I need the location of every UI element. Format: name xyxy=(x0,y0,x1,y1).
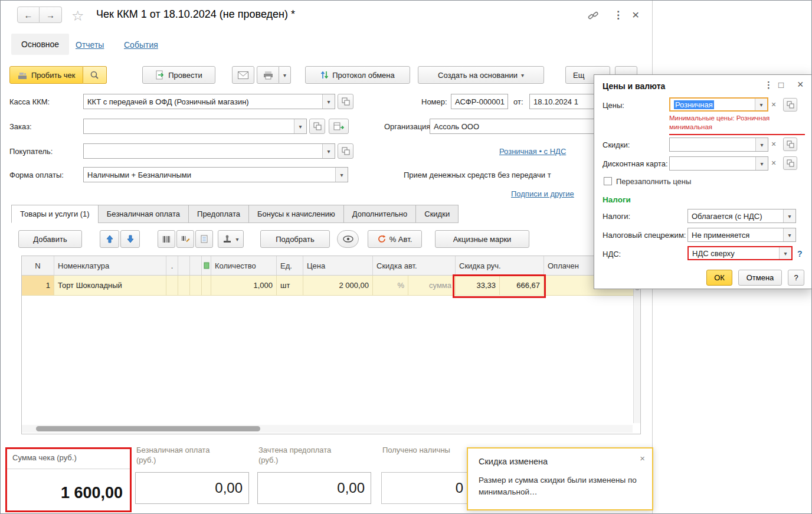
barcode-enter-button[interactable] xyxy=(176,230,194,248)
cell-nomenclature[interactable]: Торт Шоколадный xyxy=(54,276,166,296)
kassa-open-button[interactable] xyxy=(338,94,353,109)
discounts-field[interactable]: ▾ xyxy=(669,137,768,152)
cell-unit[interactable]: шт xyxy=(277,276,303,296)
customer-field[interactable]: ▾ xyxy=(83,143,335,159)
col-quantity[interactable]: Количество xyxy=(211,256,277,276)
mail-button[interactable] xyxy=(232,66,254,84)
customer-open-button[interactable] xyxy=(338,143,353,159)
dropdown-icon[interactable]: ▾ xyxy=(755,138,768,151)
cell-price[interactable]: 2 000,00 xyxy=(303,276,373,296)
col-discount-auto[interactable]: Скидка авт. xyxy=(373,256,456,276)
col-price[interactable]: Цена xyxy=(303,256,373,276)
exchange-protocol-button[interactable]: Протокол обмена xyxy=(305,66,410,84)
prices-clear-icon[interactable]: × xyxy=(771,100,776,109)
toast-close-icon[interactable]: × xyxy=(640,453,645,463)
print-button[interactable] xyxy=(257,66,279,84)
ok-button[interactable]: ОК xyxy=(706,270,732,286)
payment-form-field[interactable]: Наличными + Безналичными ▾ xyxy=(83,167,348,182)
table-row[interactable]: 1 Торт Шоколадный 1,000 шт 2 000,00 % су… xyxy=(22,276,640,296)
cell-flag0[interactable] xyxy=(166,276,178,296)
col-n[interactable]: N xyxy=(22,256,54,276)
col-unit[interactable]: Ед. xyxy=(277,256,303,276)
cancel-button[interactable]: Отмена xyxy=(738,270,782,286)
discounts-choose-button[interactable] xyxy=(783,137,797,151)
discount-card-field[interactable]: ▾ xyxy=(669,156,768,171)
add-row-button[interactable]: Добавить xyxy=(18,230,82,248)
document-scan-button[interactable] xyxy=(195,230,213,248)
excise-marks-button[interactable]: Акцизные марки xyxy=(435,230,529,248)
post-button[interactable]: Провести xyxy=(142,66,215,84)
forward-button[interactable]: → xyxy=(40,6,62,23)
punch-check-search-button[interactable] xyxy=(83,66,107,84)
taxes-field[interactable]: Облагается (с НДС) ▾ xyxy=(687,209,796,223)
print-dropdown-button[interactable]: ▾ xyxy=(279,66,291,84)
refill-prices-checkbox[interactable] xyxy=(604,177,612,185)
cell-flag3[interactable] xyxy=(202,276,211,296)
move-down-button[interactable] xyxy=(120,230,140,248)
col-flag1[interactable] xyxy=(178,256,190,276)
nav-tab-main[interactable]: Основное xyxy=(11,34,69,55)
window-close-icon[interactable]: × xyxy=(632,8,639,22)
barcode-button[interactable] xyxy=(158,230,175,248)
col-discount-manual[interactable]: Скидка руч. xyxy=(456,256,544,276)
create-based-on-button[interactable]: Создать на основании ▾ xyxy=(418,66,544,84)
dialog-menu-icon[interactable]: ⋮ xyxy=(764,80,773,90)
punch-check-button[interactable]: Пробить чек xyxy=(9,66,83,84)
dropdown-icon[interactable]: ▾ xyxy=(335,168,348,182)
back-button[interactable]: ← xyxy=(17,6,40,23)
received-cash-field[interactable]: 0 xyxy=(381,472,470,504)
dropdown-icon[interactable]: ▾ xyxy=(755,99,767,110)
discount-card-choose-button[interactable] xyxy=(783,156,797,170)
discount-card-clear-icon[interactable]: × xyxy=(771,158,776,168)
dialog-help-button[interactable]: ? xyxy=(788,270,804,286)
prices-field[interactable]: Розничная ▾ xyxy=(669,97,768,112)
dialog-close-icon[interactable]: × xyxy=(797,78,804,91)
table-horizontal-scrollbar[interactable] xyxy=(22,425,633,433)
tab-goods-services[interactable]: Товары и услуги (1) xyxy=(11,205,99,223)
dropdown-icon[interactable]: ▾ xyxy=(779,247,791,259)
scroll-thumb[interactable] xyxy=(36,426,260,431)
dropdown-icon[interactable]: ▾ xyxy=(294,119,306,133)
col-dot[interactable]: . xyxy=(166,256,178,276)
tax-regime-field[interactable]: Не применяется ▾ xyxy=(687,228,796,242)
cell-n[interactable]: 1 xyxy=(22,276,54,296)
col-nomenclature[interactable]: Номенклатура xyxy=(54,256,166,276)
tab-discounts[interactable]: Скидки xyxy=(415,205,459,223)
cell-discount-auto-percent[interactable]: % xyxy=(373,276,408,296)
nav-tab-reports[interactable]: Отчеты xyxy=(76,40,104,50)
auto-discount-button[interactable]: % Авт. xyxy=(368,230,422,248)
col-marked-goods[interactable] xyxy=(202,256,211,276)
stamp-button[interactable]: ▾ xyxy=(218,230,244,248)
dropdown-icon[interactable]: ▾ xyxy=(322,144,335,158)
tab-prepayment[interactable]: Предоплата xyxy=(188,205,249,223)
col-flag2[interactable] xyxy=(190,256,202,276)
tab-additional[interactable]: Дополнительно xyxy=(343,205,417,223)
order-open-button[interactable] xyxy=(309,119,325,134)
vat-field[interactable]: НДС сверху ▾ xyxy=(687,246,793,260)
kassa-field[interactable]: ККТ с передачей в ОФД (Розничный магазин… xyxy=(83,94,335,109)
dropdown-icon[interactable]: ▾ xyxy=(783,209,795,222)
cell-discount-manual-percent[interactable]: 33,33 xyxy=(456,276,500,296)
prepaid-total-field[interactable]: 0,00 xyxy=(257,472,371,504)
discounts-clear-icon[interactable]: × xyxy=(771,139,776,149)
prices-choose-button[interactable] xyxy=(783,98,797,112)
view-button[interactable] xyxy=(337,230,359,248)
cell-flag1[interactable] xyxy=(178,276,190,296)
pick-button[interactable]: Подобрать xyxy=(260,230,330,248)
cell-discount-auto-sum[interactable]: сумма xyxy=(408,276,456,296)
window-menu-icon[interactable]: ⋮ xyxy=(613,9,623,21)
cashless-total-field[interactable]: 0,00 xyxy=(135,472,249,504)
price-type-link[interactable]: Розничная • с НДС xyxy=(499,147,566,156)
dropdown-icon[interactable]: ▾ xyxy=(755,157,768,170)
dropdown-icon[interactable]: ▾ xyxy=(322,94,335,109)
dropdown-icon[interactable]: ▾ xyxy=(783,228,795,241)
cell-flag2[interactable] xyxy=(190,276,202,296)
vat-help-icon[interactable]: ? xyxy=(797,249,803,258)
dialog-maximize-icon[interactable]: □ xyxy=(778,80,784,90)
tab-bonuses[interactable]: Бонусы к начислению xyxy=(248,205,344,223)
signatures-link[interactable]: Подписи и другие xyxy=(511,189,574,198)
favorite-star-icon[interactable]: ☆ xyxy=(71,8,84,24)
move-up-button[interactable] xyxy=(100,230,119,248)
link-icon[interactable] xyxy=(587,11,599,21)
nav-tab-events[interactable]: События xyxy=(124,40,158,50)
